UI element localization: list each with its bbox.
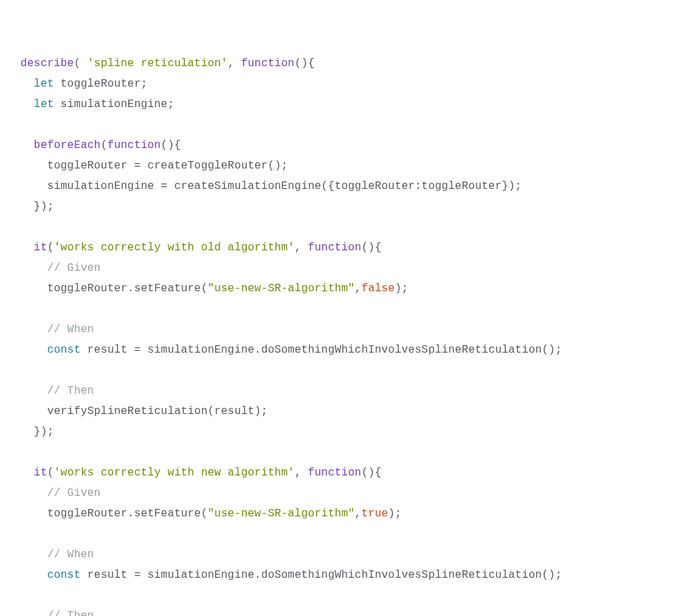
code-token [20,139,34,151]
code-token: toggleRouter.setFeature( [20,282,207,295]
code-token: verifySplineReticulation(result); [20,405,268,417]
code-token: }); [20,201,54,213]
code-token [20,569,47,581]
code-token: it [34,467,48,479]
code-token: (){ [161,139,181,151]
code-token: simulationEngine; [54,98,174,111]
code-token: it [34,241,48,254]
code-token: const [47,344,80,356]
code-token [20,487,47,499]
code-token: result = simulationEngine.doSomethingWhi… [80,344,562,356]
code-token: 'works correctly with new algorithm' [54,467,295,479]
code-token: function [308,467,361,479]
code-token: // Given [47,262,100,274]
code-token [20,241,34,254]
code-token: (){ [361,467,381,479]
code-token: ); [395,282,409,295]
code-token: // Then [47,385,94,397]
code-token: "use-new-SR-algorithm" [207,508,355,520]
code-token: let [34,78,54,90]
code-token: , [355,282,361,295]
code-token [20,610,47,616]
code-token: function [308,241,361,254]
code-token: simulationEngine = createSimulationEngin… [20,180,522,192]
code-token: , [295,241,308,254]
code-token: , [228,57,241,70]
code-token: ( [47,467,54,479]
code-token [20,344,47,356]
code-token: 'works correctly with old algorithm' [54,241,295,254]
code-token [20,262,47,274]
code-token: // Given [47,487,100,499]
code-token: true [361,508,388,520]
code-token [20,548,47,561]
code-token: let [34,98,54,111]
code-token: const [47,569,80,581]
code-token: false [361,282,395,295]
code-token: describe [20,57,74,70]
code-token [20,78,34,90]
code-token: // When [47,323,94,336]
code-token: toggleRouter; [54,78,147,90]
code-token: toggleRouter.setFeature( [20,508,207,520]
code-token: 'spline reticulation' [87,57,228,70]
code-token: ); [388,508,402,520]
code-token: ( [101,139,108,151]
code-token: result = simulationEngine.doSomethingWhi… [80,569,562,581]
code-token: ( [74,57,87,70]
code-token: function [107,139,160,151]
code-token: }); [20,426,54,438]
code-token [20,385,47,397]
code-token [20,98,34,111]
code-token: (){ [361,241,381,254]
code-token: , [355,508,361,520]
code-token [20,323,47,336]
code-block: describe( 'spline reticulation', functio… [20,53,662,616]
code-token: ( [47,241,54,254]
code-token: // Then [47,610,94,616]
code-token: function [241,57,294,70]
code-token: // When [47,548,94,561]
code-token: "use-new-SR-algorithm" [207,282,355,295]
code-token: toggleRouter = createToggleRouter(); [20,160,288,172]
code-token: (){ [295,57,314,70]
code-token: beforeEach [34,139,101,151]
code-token [20,467,34,479]
code-token: , [295,467,308,479]
